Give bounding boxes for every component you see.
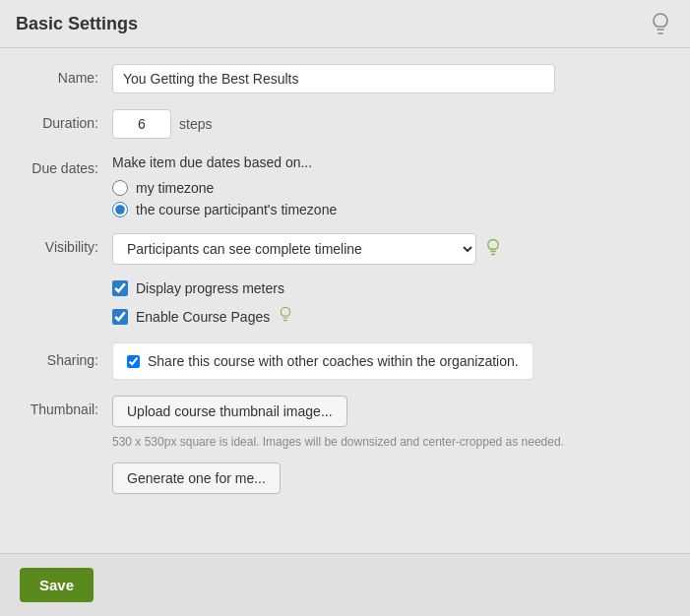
sharing-row: Sharing: Share this course with other co… [24,342,666,380]
pages-checkbox[interactable] [112,309,128,325]
thumbnail-label: Thumbnail: [24,396,112,417]
duration-row: Duration: steps [24,109,666,139]
content-area: Name: Duration: steps Due dates: Make it… [0,48,690,553]
name-input[interactable] [112,64,555,93]
radio-participant-timezone[interactable] [112,202,128,217]
duration-label: Duration: [24,109,112,131]
visibility-select[interactable]: Participants can see complete timeline P… [112,233,476,265]
visibility-bulb-icon [484,238,502,261]
sharing-text: Share this course with other coaches wit… [148,353,519,369]
bulb-icon [647,10,674,37]
name-label: Name: [24,64,112,86]
radio-participant-timezone-label: the course participant's timezone [136,202,337,217]
steps-label: steps [179,116,212,132]
name-field-wrapper [112,64,666,93]
thumbnail-hint: 530 x 530px square is ideal. Images will… [112,435,666,449]
progress-checkbox-row: Display progress meters [112,280,666,296]
visibility-label: Visibility: [24,233,112,255]
thumbnail-control: Upload course thumbnail image... [112,396,666,427]
save-button[interactable]: Save [20,568,94,602]
upload-thumbnail-button[interactable]: Upload course thumbnail image... [112,396,347,427]
progress-checkbox[interactable] [112,280,128,296]
due-dates-row: Due dates: Make item due dates based on.… [24,154,666,217]
sharing-label: Sharing: [24,342,112,368]
checkbox-section: Display progress meters Enable Course Pa… [112,280,666,327]
pages-checkbox-row: Enable Course Pages [112,306,666,327]
radio-my-timezone-label: my timezone [136,180,214,196]
pages-checkbox-label: Enable Course Pages [136,309,270,325]
radio-my-timezone[interactable] [112,180,128,196]
name-row: Name: [24,64,666,93]
visibility-wrapper: Participants can see complete timeline P… [112,233,666,265]
pages-bulb-icon [278,306,293,327]
due-dates-content: Make item due dates based on... my timez… [112,154,666,217]
due-dates-label: Due dates: [24,154,112,176]
header: Basic Settings [0,0,690,48]
progress-checkbox-label: Display progress meters [136,280,284,296]
page-wrapper: Basic Settings Name: Duration: steps Due… [0,0,690,616]
footer: Save [0,553,690,616]
page-title: Basic Settings [16,14,138,34]
duration-wrapper: steps [112,109,666,139]
radio-my-timezone-row: my timezone [112,180,666,196]
radio-participant-timezone-row: the course participant's timezone [112,202,666,217]
sharing-checkbox[interactable] [127,355,140,368]
duration-input[interactable] [112,109,171,139]
thumbnail-row: Thumbnail: Upload course thumbnail image… [24,396,666,427]
due-dates-prompt: Make item due dates based on... [112,154,666,170]
visibility-row: Visibility: Participants can see complet… [24,233,666,265]
generate-button[interactable]: Generate one for me... [112,462,281,494]
sharing-box: Share this course with other coaches wit… [112,342,533,380]
